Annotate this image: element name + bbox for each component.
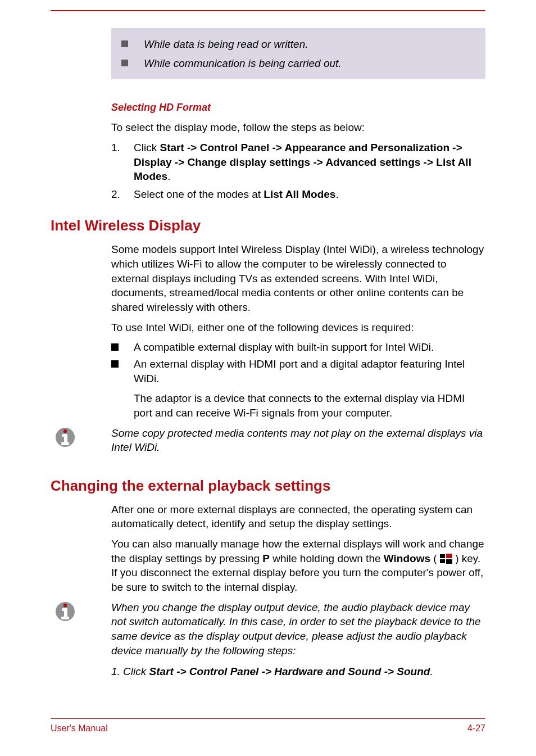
note-text-block: When you change the display output devic… xyxy=(111,600,485,679)
list-item: A compatible external display with built… xyxy=(111,340,485,355)
paragraph: After one or more external displays are … xyxy=(111,503,485,531)
square-bullet-icon xyxy=(121,60,128,66)
callout-text: While data is being read or written. xyxy=(144,37,308,52)
paragraph: To use Intel WiDi, either one of the fol… xyxy=(111,320,485,335)
text: while holding down the xyxy=(270,553,384,564)
list-text: Click Start -> Control Panel -> Appearan… xyxy=(134,141,485,184)
info-icon xyxy=(55,600,75,625)
page: While data is being read or written. Whi… xyxy=(0,0,536,756)
list-item: An external display with HDMI port and a… xyxy=(111,357,485,420)
heading-intel-wireless-display: Intel Wireless Display xyxy=(51,217,485,234)
text: Select one of the modes at xyxy=(134,188,264,200)
text: ( xyxy=(430,553,440,564)
svg-point-10 xyxy=(63,603,67,606)
bold-text: P xyxy=(262,553,270,564)
square-bullet-icon xyxy=(121,40,128,47)
callout-text: While communication is being carried out… xyxy=(144,56,342,71)
paragraph-block: After one or more external displays are … xyxy=(111,503,485,595)
svg-rect-13 xyxy=(61,617,69,619)
text: An external display with HDMI port and a… xyxy=(134,358,465,384)
square-bullet-icon xyxy=(111,360,119,368)
text: Click xyxy=(134,142,160,153)
list-continuation: The adaptor is a device that connects to… xyxy=(134,391,485,420)
footer-row: User's Manual 4-27 xyxy=(51,723,485,734)
svg-rect-5 xyxy=(440,554,445,558)
bold-text: Windows xyxy=(384,553,430,564)
header-rule xyxy=(51,10,485,11)
list-number: 2. xyxy=(111,187,134,202)
footer-rule xyxy=(51,718,485,719)
list-text: An external display with HDMI port and a… xyxy=(134,357,485,420)
unordered-list: A compatible external display with built… xyxy=(111,340,485,420)
info-icon xyxy=(55,426,75,451)
bold-text: Start -> Control Panel -> Appearance and… xyxy=(134,142,471,182)
paragraph: To select the display mode, follow the s… xyxy=(111,120,485,135)
svg-rect-6 xyxy=(446,554,452,558)
paragraph-block: Some models support Intel Wireless Displ… xyxy=(111,242,485,334)
text: . xyxy=(335,188,338,200)
note-step: 1. Click Start -> Control Panel -> Hardw… xyxy=(111,664,485,679)
square-bullet-icon xyxy=(111,343,119,351)
note-paragraph: When you change the display output devic… xyxy=(111,600,485,658)
text: . xyxy=(430,666,433,677)
svg-rect-8 xyxy=(446,559,452,564)
svg-point-1 xyxy=(63,429,67,432)
callout-item: While data is being read or written. xyxy=(121,37,475,52)
list-item: 2. Select one of the modes at List All M… xyxy=(111,187,485,202)
footer-page-number: 4-27 xyxy=(467,723,485,734)
list-text: Select one of the modes at List All Mode… xyxy=(134,187,485,202)
list-number: 1. xyxy=(111,141,134,184)
heading-selecting-hd-format: Selecting HD Format xyxy=(111,102,485,114)
bold-text: List All Modes xyxy=(264,188,335,200)
page-footer: User's Manual 4-27 xyxy=(51,718,485,734)
list-text: A compatible external display with built… xyxy=(134,340,485,355)
bold-text: Start -> Control Panel -> Hardware and S… xyxy=(149,666,430,677)
note-block: Some copy protected media contents may n… xyxy=(51,426,485,455)
paragraph: You can also manually manage how the ext… xyxy=(111,537,485,595)
paragraph: Some models support Intel Wireless Displ… xyxy=(111,242,485,314)
footer-left: User's Manual xyxy=(51,723,108,734)
callout-item: While communication is being carried out… xyxy=(121,56,475,71)
heading-changing-playback: Changing the external playback settings xyxy=(51,477,485,495)
text: 1. Click xyxy=(111,666,149,677)
text: . xyxy=(167,170,170,182)
note-text: Some copy protected media contents may n… xyxy=(111,426,485,455)
list-item: 1. Click Start -> Control Panel -> Appea… xyxy=(111,141,485,184)
callout-box: While data is being read or written. Whi… xyxy=(111,28,485,79)
ordered-list: 1. Click Start -> Control Panel -> Appea… xyxy=(111,141,485,202)
windows-key-icon xyxy=(440,553,452,564)
svg-rect-7 xyxy=(440,559,445,563)
svg-rect-4 xyxy=(61,442,69,445)
note-block: When you change the display output devic… xyxy=(51,600,485,679)
text: To select the display mode, follow the s… xyxy=(111,120,485,135)
